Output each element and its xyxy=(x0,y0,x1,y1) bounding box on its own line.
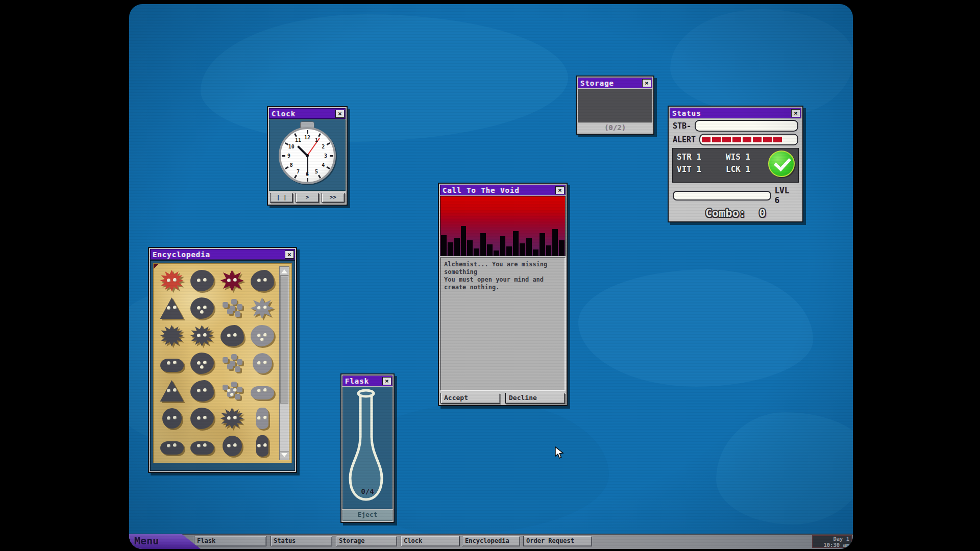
creature-icon[interactable] xyxy=(220,297,244,319)
clock-numeral: 2 xyxy=(322,144,325,149)
creature-icon[interactable] xyxy=(160,297,184,319)
skyline-bar xyxy=(540,233,545,256)
skyline-bar xyxy=(467,240,473,256)
skyline-bar xyxy=(533,249,538,256)
creature-icon[interactable] xyxy=(220,353,244,374)
stat-value: STR 1 xyxy=(677,151,726,163)
skyline-bar xyxy=(454,238,460,256)
creature-icon[interactable] xyxy=(190,353,214,374)
scroll-down-icon[interactable] xyxy=(280,451,289,460)
creature-icon[interactable] xyxy=(190,435,214,457)
close-icon[interactable]: × xyxy=(382,377,391,385)
creature-icon[interactable] xyxy=(190,408,214,429)
skyline-bar xyxy=(494,251,499,256)
creature-shape xyxy=(230,361,235,366)
creature-icon[interactable] xyxy=(251,408,274,429)
encyclopedia-titlebar[interactable]: Encyclopedia × xyxy=(150,249,295,260)
creature-shape xyxy=(220,325,244,346)
stb-label: STB- xyxy=(673,121,691,131)
creature-eye xyxy=(230,393,234,396)
alert-bar xyxy=(699,134,798,145)
creature-icon[interactable] xyxy=(190,297,214,319)
accept-button[interactable]: Accept xyxy=(440,393,500,404)
alert-segment xyxy=(702,137,710,142)
creature-shape xyxy=(190,408,214,429)
close-icon[interactable]: × xyxy=(642,79,651,87)
creature-icon[interactable] xyxy=(160,380,184,402)
clock-titlebar[interactable]: Clock × xyxy=(269,108,346,119)
void-titlebar[interactable]: Call To The Void × xyxy=(440,185,566,195)
scroll-up-icon[interactable] xyxy=(280,267,289,276)
creature-icon[interactable] xyxy=(160,435,184,457)
message-line: create nothing. xyxy=(444,284,561,291)
decline-button[interactable]: Decline xyxy=(505,393,565,404)
creature-shape xyxy=(230,306,235,311)
close-icon[interactable]: × xyxy=(285,251,294,259)
void-message: Alchemist... You are missingsomethingYou… xyxy=(440,257,566,391)
status-titlebar[interactable]: Status × xyxy=(670,108,801,118)
creature-icon[interactable] xyxy=(160,353,184,374)
creature-icon[interactable] xyxy=(160,408,184,429)
taskbar-button-clock[interactable]: Clock xyxy=(401,536,460,546)
creature-icon[interactable] xyxy=(220,380,244,402)
creature-shape xyxy=(190,380,214,402)
creature-shape xyxy=(190,441,214,455)
creature-icon[interactable] xyxy=(160,325,184,346)
status-window: Status × STB- ALERT STR 1WIS 1VIT 1LCK 1… xyxy=(668,106,803,222)
skyline-bar xyxy=(513,231,519,256)
creature-shape xyxy=(251,270,274,291)
flask-window: Flask × 0/4 Eject xyxy=(340,373,395,523)
creature-shape xyxy=(160,270,184,291)
eject-button[interactable]: Eject xyxy=(342,510,393,521)
alert-segment xyxy=(743,137,751,142)
background-blob xyxy=(716,412,853,524)
scrollbar-thumb[interactable] xyxy=(280,276,288,404)
close-icon[interactable]: × xyxy=(791,109,800,117)
taskbar-button-status[interactable]: Status xyxy=(271,536,332,546)
creature-icon[interactable] xyxy=(251,325,274,346)
fast-forward-button[interactable]: >> xyxy=(322,193,345,203)
clock-tick xyxy=(317,133,321,137)
taskbar-button-encyclopedia[interactable]: Encyclopedia xyxy=(462,536,520,546)
creature-icon[interactable] xyxy=(251,435,274,457)
play-button[interactable]: > xyxy=(296,193,318,203)
creature-icon[interactable] xyxy=(190,380,214,402)
creature-icon[interactable] xyxy=(220,325,244,346)
pause-button[interactable]: | | xyxy=(270,193,293,203)
taskbar-button-flask[interactable]: Flask xyxy=(194,536,266,546)
message-line: Alchemist... You are missing xyxy=(444,261,561,268)
creature-icon[interactable] xyxy=(220,408,244,429)
creature-icon[interactable] xyxy=(190,325,214,346)
skyline-bar xyxy=(506,246,512,256)
creature-icon[interactable] xyxy=(160,270,184,291)
creature-eye xyxy=(200,365,204,369)
menu-button[interactable]: Menu xyxy=(129,534,201,549)
creature-shape xyxy=(190,325,214,346)
taskbar-button-storage[interactable]: Storage xyxy=(336,536,397,546)
encyclopedia-scrollbar[interactable] xyxy=(279,266,289,460)
creature-icon[interactable] xyxy=(220,270,244,291)
skyline-bar xyxy=(520,243,525,256)
flask-body: 0/4 xyxy=(342,387,393,509)
clock-face: 123456789101112 xyxy=(279,127,336,184)
creature-icon[interactable] xyxy=(251,353,274,374)
skyline-bar xyxy=(559,240,565,256)
clock-numeral: 12 xyxy=(304,135,310,140)
storage-slots[interactable] xyxy=(578,89,652,122)
clock-tick xyxy=(285,166,289,169)
storage-titlebar[interactable]: Storage × xyxy=(578,78,652,88)
creature-icon[interactable] xyxy=(251,297,274,319)
creature-icon[interactable] xyxy=(251,270,274,291)
creature-icon[interactable] xyxy=(251,380,274,402)
close-icon[interactable]: × xyxy=(555,186,565,194)
creature-shape xyxy=(160,297,184,319)
close-icon[interactable]: × xyxy=(335,110,345,118)
void-window-title: Call To The Void xyxy=(440,186,520,194)
skyline-bar xyxy=(448,242,453,256)
message-line: something xyxy=(444,268,561,276)
flask-titlebar[interactable]: Flask × xyxy=(342,375,393,386)
creature-icon[interactable] xyxy=(220,435,244,457)
creature-icon[interactable] xyxy=(190,270,214,291)
taskbar-button-order-request[interactable]: Order Request xyxy=(523,536,592,546)
time-label: 10:30 am xyxy=(815,542,849,548)
